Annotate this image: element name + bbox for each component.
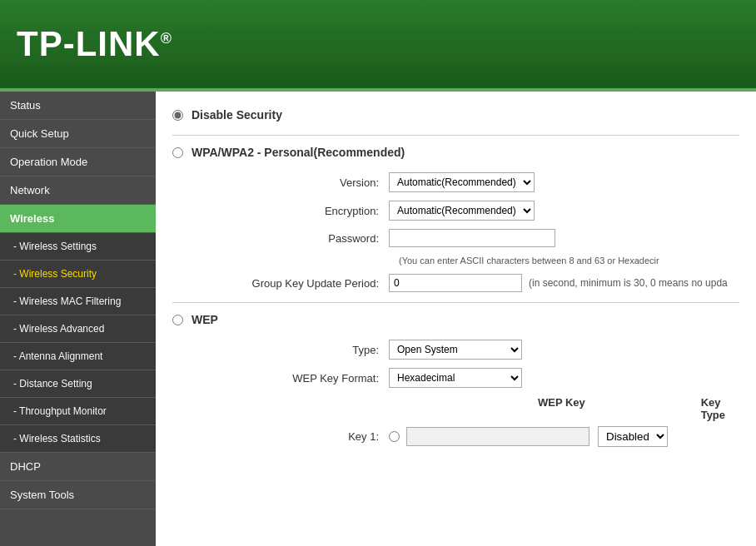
version-row: Version: Automatic(Recommended) WPA WPA2 — [222, 172, 739, 192]
sidebar-item-system-tools[interactable]: System Tools — [0, 481, 156, 509]
sidebar-item-wireless-mac-filtering[interactable]: - Wireless MAC Filtering — [0, 288, 156, 315]
encryption-row: Encryption: Automatic(Recommended) TKIP … — [222, 201, 739, 221]
sidebar-item-network[interactable]: Network — [0, 176, 156, 205]
disable-security-row: Disable Security — [172, 108, 739, 122]
wep-row: WEP — [172, 313, 739, 326]
key1-label: Key 1: — [222, 430, 389, 443]
divider-2 — [172, 302, 739, 303]
sidebar-item-wireless-statistics[interactable]: - Wireless Statistics — [0, 425, 156, 453]
version-label: Version: — [222, 176, 389, 189]
encryption-label: Encryption: — [222, 205, 389, 217]
password-row: Password: — [222, 229, 739, 247]
group-key-row: Group Key Update Period: (in second, min… — [222, 274, 739, 292]
wep-radio[interactable] — [172, 315, 183, 325]
wep-key-format-label: WEP Key Format: — [222, 372, 389, 385]
logo: TP-LINK® — [17, 24, 172, 64]
sidebar-item-wireless[interactable]: Wireless — [0, 205, 156, 233]
sidebar-item-wireless-security[interactable]: - Wireless Security — [0, 261, 156, 288]
content-area: Disable Security WPA/WPA2 - Personal(Rec… — [156, 92, 756, 546]
sidebar-item-throughput-monitor[interactable]: - Throughput Monitor — [0, 398, 156, 425]
divider-1 — [172, 135, 739, 136]
password-input[interactable] — [389, 229, 555, 247]
key1-input[interactable] — [406, 427, 589, 446]
key-selected-col-spacer2 — [358, 396, 371, 421]
sidebar-item-distance-setting[interactable]: - Distance Setting — [0, 370, 156, 398]
wpa-label[interactable]: WPA/WPA2 - Personal(Recommended) — [191, 146, 405, 159]
password-label: Password: — [222, 232, 389, 245]
encryption-select[interactable]: Automatic(Recommended) TKIP AES — [389, 201, 535, 221]
wep-key-col: WEP Key — [538, 396, 701, 421]
sidebar-item-status[interactable]: Status — [0, 92, 156, 120]
key1-row: Key 1: Disabled 64-bit 128-bit 152-bit — [222, 426, 739, 447]
type-label: Type: — [222, 344, 389, 356]
wpa-row: WPA/WPA2 - Personal(Recommended) — [172, 146, 739, 159]
group-key-label: Group Key Update Period: — [222, 277, 389, 290]
key-type-col: Key Type — [701, 396, 739, 421]
group-key-input[interactable] — [389, 274, 522, 292]
sidebar-item-antenna-alignment[interactable]: - Antenna Alignment — [0, 343, 156, 370]
group-key-hint: (in second, minimum is 30, 0 means no up… — [529, 277, 728, 289]
disable-security-label[interactable]: Disable Security — [191, 108, 282, 122]
wep-label[interactable]: WEP — [191, 313, 218, 326]
type-row: Type: Open System Shared Key Automatic — [222, 340, 739, 360]
wpa-radio[interactable] — [172, 147, 183, 158]
wep-key-format-row: WEP Key Format: Hexadecimal ASCII — [222, 368, 739, 388]
sidebar: Status Quick Setup Operation Mode Networ… — [0, 92, 156, 546]
password-hint: (You can enter ASCII characters between … — [399, 256, 739, 266]
type-select[interactable]: Open System Shared Key Automatic — [389, 340, 522, 360]
wpa-form: Version: Automatic(Recommended) WPA WPA2… — [222, 172, 739, 292]
main-layout: Status Quick Setup Operation Mode Networ… — [0, 92, 756, 546]
header: TP-LINK® — [0, 0, 756, 92]
wep-key-format-select[interactable]: Hexadecimal ASCII — [389, 368, 522, 388]
sidebar-item-wireless-advanced[interactable]: - Wireless Advanced — [0, 315, 156, 343]
wep-form: Type: Open System Shared Key Automatic W… — [222, 340, 739, 447]
wep-columns-header: WEP Key Key Type — [222, 396, 739, 421]
key1-radio[interactable] — [389, 431, 400, 442]
sidebar-item-dhcp[interactable]: DHCP — [0, 453, 156, 481]
disable-security-radio[interactable] — [172, 110, 183, 121]
key-selected-col — [381, 396, 538, 421]
key-selected-col-spacer — [222, 396, 358, 421]
sidebar-item-wireless-settings[interactable]: - Wireless Settings — [0, 233, 156, 261]
version-select[interactable]: Automatic(Recommended) WPA WPA2 — [389, 172, 535, 192]
sidebar-item-quick-setup[interactable]: Quick Setup — [0, 120, 156, 148]
key1-type-select[interactable]: Disabled 64-bit 128-bit 152-bit — [598, 426, 668, 447]
sidebar-item-operation-mode[interactable]: Operation Mode — [0, 148, 156, 176]
